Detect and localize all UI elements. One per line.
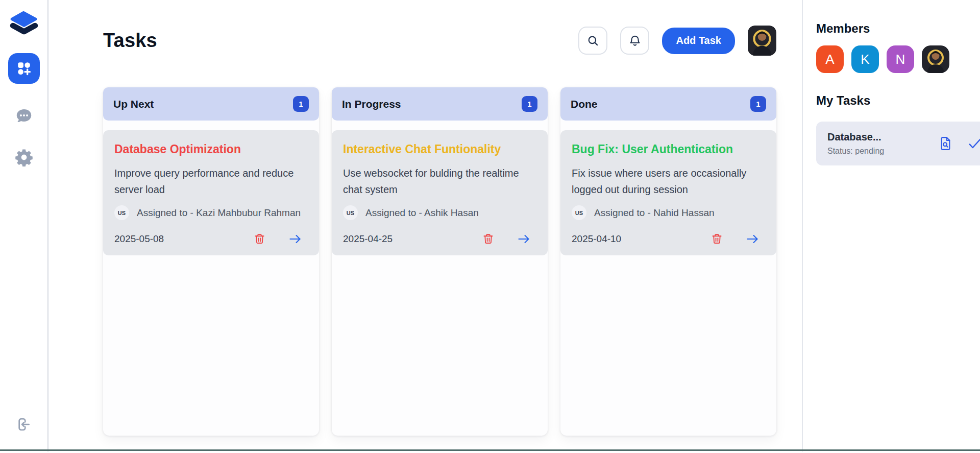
bottom-edge-line <box>0 449 980 451</box>
logout-icon <box>15 415 33 434</box>
member-photo <box>922 45 949 73</box>
logout-button[interactable] <box>15 415 33 435</box>
task-date: 2025-04-25 <box>343 233 393 245</box>
check-icon <box>967 137 980 150</box>
delete-task-button[interactable] <box>482 232 494 245</box>
task-title: Database Optimization <box>114 142 308 156</box>
arrow-right-icon <box>288 233 303 245</box>
bell-icon <box>628 34 642 47</box>
task-assignee-row: US Assigned to - Nahid Hassan <box>572 205 765 220</box>
page-title: Tasks <box>103 30 157 52</box>
app-window: Tasks Add Task <box>0 0 980 451</box>
task-card[interactable]: Database Optimization Improve query perf… <box>103 130 319 255</box>
members-heading: Members <box>816 21 980 36</box>
assignee-initials-badge: US <box>572 205 586 220</box>
complete-task-button[interactable] <box>967 137 980 150</box>
trash-icon <box>254 232 265 245</box>
assignee-initials-badge: US <box>343 205 358 220</box>
move-task-button[interactable] <box>517 233 531 245</box>
board-column-up-next: Up Next 1 Database Optimization Improve … <box>103 87 319 436</box>
add-task-button[interactable]: Add Task <box>662 28 735 54</box>
header-actions: Add Task <box>578 26 776 56</box>
members-avatar-row: A K N <box>816 45 980 73</box>
column-title: Done <box>571 98 598 110</box>
arrow-right-icon <box>517 233 531 245</box>
move-task-button[interactable] <box>288 233 303 245</box>
assignee-initials-badge: US <box>114 205 129 220</box>
task-description: Improve query performance and reduce ser… <box>114 165 308 198</box>
assignee-label: Assigned to - Nahid Hassan <box>594 207 715 219</box>
task-assignee-row: US Assigned to - Kazi Mahbubur Rahman <box>114 205 308 220</box>
delete-task-button[interactable] <box>711 232 723 245</box>
board-column-done: Done 1 Bug Fix: User Authentication Fix … <box>560 87 776 436</box>
task-date: 2025-05-08 <box>114 233 164 245</box>
arrow-right-icon <box>745 233 760 245</box>
task-description: Use websocket for bulding the realtime c… <box>343 165 536 198</box>
column-title: Up Next <box>113 98 154 110</box>
view-task-details-button[interactable] <box>939 136 952 151</box>
trash-icon <box>711 232 723 245</box>
column-header: Up Next 1 <box>103 87 319 121</box>
layers-logo-icon <box>9 11 39 39</box>
member-avatar-photo[interactable] <box>922 45 949 73</box>
my-task-actions <box>939 136 980 151</box>
chat-icon <box>14 107 34 126</box>
sidebar-item-chat[interactable] <box>13 105 35 128</box>
my-tasks-heading: My Tasks <box>816 93 980 108</box>
notifications-button[interactable] <box>620 27 649 55</box>
column-header: Done 1 <box>560 87 776 121</box>
task-title: Interactive Chat Funtionality <box>343 142 536 156</box>
file-search-icon <box>939 136 952 151</box>
task-date: 2025-04-10 <box>572 233 621 245</box>
task-footer: 2025-04-25 <box>343 232 536 245</box>
task-card[interactable]: Interactive Chat Funtionality Use websoc… <box>332 130 548 255</box>
task-footer: 2025-05-08 <box>114 232 308 245</box>
left-sidebar <box>0 0 48 451</box>
sidebar-item-tasks[interactable] <box>8 53 40 84</box>
user-avatar[interactable] <box>748 26 776 56</box>
task-description: Fix issue where users are occasionally l… <box>572 165 765 198</box>
apps-add-icon <box>16 60 32 77</box>
trash-icon <box>482 232 494 245</box>
column-title: In Progress <box>342 98 401 110</box>
my-task-title: Database... <box>827 131 884 143</box>
main-content: Tasks Add Task <box>48 0 802 451</box>
my-task-info: Database... Status: pending <box>827 131 884 156</box>
sidebar-item-settings[interactable] <box>13 146 35 169</box>
move-task-button[interactable] <box>745 233 760 245</box>
search-icon <box>586 34 600 47</box>
assignee-label: Assigned to - Kazi Mahbubur Rahman <box>137 207 301 219</box>
kanban-board: Up Next 1 Database Optimization Improve … <box>103 87 776 436</box>
my-task-status: Status: pending <box>827 147 884 156</box>
gear-icon <box>14 148 34 167</box>
column-header: In Progress 1 <box>332 87 548 121</box>
main-header: Tasks Add Task <box>103 26 776 56</box>
search-button[interactable] <box>578 27 607 55</box>
my-task-item[interactable]: Database... Status: pending <box>816 122 980 165</box>
column-count-badge: 1 <box>522 96 537 112</box>
member-avatar[interactable]: N <box>887 45 914 73</box>
member-avatar[interactable]: K <box>851 45 879 73</box>
right-panel: Members A K N My Tasks Database... Statu… <box>802 0 980 451</box>
app-logo[interactable] <box>9 11 39 40</box>
user-avatar-photo <box>748 26 776 56</box>
board-column-in-progress: In Progress 1 Interactive Chat Funtional… <box>332 87 548 436</box>
task-assignee-row: US Assigned to - Ashik Hasan <box>343 205 536 220</box>
task-footer: 2025-04-10 <box>572 232 765 245</box>
task-title: Bug Fix: User Authentication <box>572 142 765 156</box>
assignee-label: Assigned to - Ashik Hasan <box>365 207 479 219</box>
column-count-badge: 1 <box>293 96 309 112</box>
column-count-badge: 1 <box>750 96 766 112</box>
task-card[interactable]: Bug Fix: User Authentication Fix issue w… <box>560 130 776 255</box>
member-avatar[interactable]: A <box>816 45 844 73</box>
delete-task-button[interactable] <box>254 232 265 245</box>
